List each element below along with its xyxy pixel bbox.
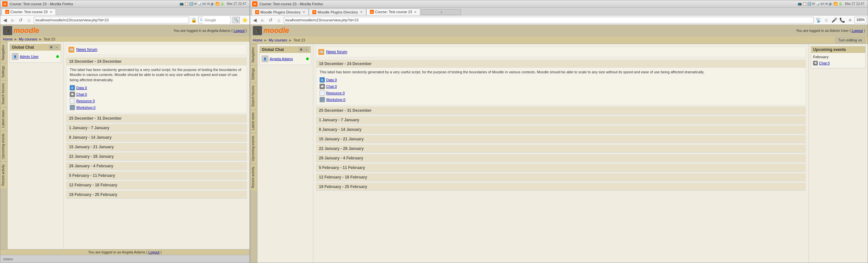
right-login-info: You are logged in as Admin User ( Logout… bbox=[796, 29, 865, 33]
right-more-button[interactable]: ≡ bbox=[847, 17, 853, 23]
right-week6: 22 January - 28 January bbox=[316, 145, 806, 153]
right-nav-tab-latest-news[interactable]: Latest news bbox=[250, 109, 257, 132]
right-tab1-close[interactable]: ✕ bbox=[303, 10, 305, 14]
left-search-button[interactable]: 🔍 bbox=[232, 17, 240, 23]
left-week8-header: 5 February - 11 February bbox=[66, 172, 247, 179]
right-global-chat-content: 👤 Angela Adams bbox=[260, 53, 311, 65]
right-tab-1[interactable]: m Moodle Plugins Directory ✕ bbox=[251, 8, 309, 15]
right-nav-tab-navigation[interactable]: Navigation bbox=[250, 44, 257, 65]
right-activity-data: D Data 0 bbox=[319, 76, 802, 83]
right-title-bar: m Course: Test course 23 - Mozilla Firef… bbox=[250, 0, 868, 7]
right-week9-header: 12 February - 18 February bbox=[316, 173, 806, 181]
right-mic-button[interactable]: 🎤 bbox=[831, 17, 837, 23]
right-week1-header: 18 December - 24 December bbox=[316, 60, 806, 68]
left-home-button[interactable]: ⌂ bbox=[25, 17, 33, 24]
right-activity-workshop: 🔧 Workshop 0 bbox=[319, 96, 802, 103]
left-user-name[interactable]: Admin User bbox=[20, 55, 38, 59]
left-status-logout[interactable]: Logout bbox=[148, 250, 159, 254]
right-phone-button[interactable]: 📞 bbox=[839, 17, 845, 23]
right-week1-description: This label has been randomly generated b… bbox=[319, 70, 802, 75]
right-star-button[interactable]: ☆ bbox=[823, 17, 830, 23]
right-breadcrumb-home[interactable]: Home bbox=[253, 38, 262, 42]
left-week1-desc-text: This label has been randomly generated b… bbox=[70, 68, 241, 82]
left-workshop-link[interactable]: Workshop 0 bbox=[76, 105, 96, 109]
right-data-link[interactable]: Data 0 bbox=[326, 78, 337, 82]
left-resource-link[interactable]: Resource 0 bbox=[76, 99, 95, 103]
left-search-engine-icon: G bbox=[200, 18, 203, 22]
left-address-input[interactable] bbox=[34, 17, 189, 23]
right-logout-link[interactable]: Logout bbox=[852, 29, 863, 33]
left-breadcrumb-home[interactable]: Home bbox=[3, 37, 12, 41]
left-news-forum-link[interactable]: News forum bbox=[76, 47, 97, 52]
left-week4-header: 8 January - 14 January bbox=[66, 134, 247, 141]
right-rss-button[interactable]: 📡 bbox=[815, 17, 822, 23]
right-refresh-button[interactable]: ↺ bbox=[267, 17, 274, 23]
left-nav-tab-latest-news[interactable]: Latest news bbox=[0, 107, 7, 130]
right-turn-editing-on-button[interactable]: Turn editing on bbox=[835, 37, 865, 43]
left-breadcrumb-mycourses[interactable]: My courses bbox=[19, 37, 37, 41]
right-upcoming-sidebar: Upcoming events February 💬 Chat 0 bbox=[808, 44, 868, 263]
left-nav-tab-upcoming-events[interactable]: Upcoming events bbox=[0, 131, 7, 161]
left-zotero-bar: zotero bbox=[0, 255, 250, 263]
left-week9: 12 February - 18 February bbox=[66, 181, 247, 189]
right-breadcrumb-sep1: ► bbox=[264, 38, 267, 42]
right-tab-2[interactable]: m Moodle Plugins Directory ✕ bbox=[309, 8, 366, 15]
right-week4: 8 January - 14 January bbox=[316, 126, 806, 134]
left-week1-header: 18 December - 24 December bbox=[66, 58, 247, 65]
left-block-config-btn[interactable]: ⚙ bbox=[49, 45, 54, 50]
right-nav-tab-search-forums[interactable]: Search forums bbox=[250, 83, 257, 109]
left-nav-tab-settings[interactable]: Settings bbox=[0, 63, 7, 80]
left-tab-bar: m Course: Test course 23 ✕ bbox=[0, 7, 250, 15]
left-ssl-button[interactable]: 🔒 bbox=[190, 17, 197, 23]
left-login-text: You are logged in as Angela Adams ( bbox=[174, 29, 233, 33]
left-activity-resource: 📄 Resource 0 bbox=[70, 98, 243, 104]
right-upcoming-chat-link[interactable]: Chat 0 bbox=[819, 61, 830, 65]
right-nav-tab-upcoming-events[interactable]: Upcoming events bbox=[250, 133, 257, 164]
left-data-link[interactable]: Data 0 bbox=[76, 86, 87, 90]
right-chat-link[interactable]: Chat 0 bbox=[326, 85, 337, 89]
left-tab-close[interactable]: ✕ bbox=[50, 10, 52, 14]
right-block-hide-btn[interactable]: − bbox=[304, 47, 309, 52]
right-resource-link[interactable]: Resource 0 bbox=[326, 91, 345, 95]
left-nav-tab-search-forums[interactable]: Search forums bbox=[0, 80, 7, 107]
left-resource-icon: 📄 bbox=[70, 98, 75, 104]
left-tab-active[interactable]: m Course: Test course 23 ✕ bbox=[2, 8, 56, 15]
right-news-forum-link[interactable]: News forum bbox=[326, 50, 347, 54]
right-nav-tab-settings[interactable]: Settings bbox=[250, 65, 257, 83]
left-week8: 5 February - 11 February bbox=[66, 172, 247, 180]
left-nav-tab-recent-activity[interactable]: Recent activity bbox=[0, 161, 7, 188]
right-workshop-link[interactable]: Workshop 0 bbox=[326, 98, 346, 102]
left-block-hide-btn[interactable]: − bbox=[54, 45, 59, 50]
right-home-button[interactable]: ⌂ bbox=[275, 17, 282, 24]
right-breadcrumb-mycourses[interactable]: My courses bbox=[269, 38, 287, 42]
left-chat-link[interactable]: Chat 0 bbox=[76, 92, 87, 96]
left-refresh-button[interactable]: ↺ bbox=[18, 17, 24, 23]
right-tab-bar: m Moodle Plugins Directory ✕ m Moodle Pl… bbox=[250, 7, 868, 15]
right-new-tab-area[interactable]: + bbox=[422, 9, 461, 15]
right-forward-button[interactable]: ▶ bbox=[259, 17, 266, 23]
right-global-chat-title: Global Chat bbox=[262, 47, 284, 52]
right-back-button[interactable]: ◀ bbox=[251, 17, 258, 23]
left-title-bar: m Course: Test course 23 - Mozilla Firef… bbox=[0, 0, 250, 7]
left-search-input[interactable] bbox=[203, 17, 229, 23]
left-week10: 19 February - 25 February bbox=[66, 191, 247, 199]
right-week1-section: 18 December - 24 December This label has… bbox=[316, 60, 806, 105]
left-back-button[interactable]: ◀ bbox=[2, 17, 8, 23]
left-nav-tab-navigation[interactable]: Navigation bbox=[0, 42, 7, 63]
right-tab3-close[interactable]: ✕ bbox=[414, 10, 416, 14]
right-tab-3-active[interactable]: m Course: Test course 23 ✕ bbox=[366, 8, 421, 15]
right-block-config-btn[interactable]: ⚙ bbox=[299, 47, 304, 52]
right-breadcrumb-current: Test 23 bbox=[293, 38, 305, 42]
left-bookmark-button[interactable]: ⭐ bbox=[241, 17, 248, 24]
left-logo-text: moodle bbox=[13, 26, 39, 35]
right-nav-tab-recent-activity[interactable]: Recent activity bbox=[250, 164, 257, 191]
right-user-name[interactable]: Angela Adams bbox=[270, 57, 293, 61]
left-forward-button[interactable]: ▶ bbox=[9, 17, 16, 23]
right-page-content: 🎓 moodle You are logged in as Admin User… bbox=[250, 25, 868, 263]
left-status-bar: You are logged in as Angela Adams ( Logo… bbox=[0, 249, 250, 255]
left-week5: 15 January - 21 January bbox=[66, 143, 247, 151]
right-address-bar: ◀ ▶ ↺ ⌂ 📡 ☆ 🎤 📞 ≡ 100% bbox=[250, 15, 868, 25]
left-logout-link[interactable]: Logout bbox=[234, 29, 245, 33]
right-tab2-close[interactable]: ✕ bbox=[360, 10, 363, 14]
right-address-input[interactable] bbox=[284, 17, 814, 23]
